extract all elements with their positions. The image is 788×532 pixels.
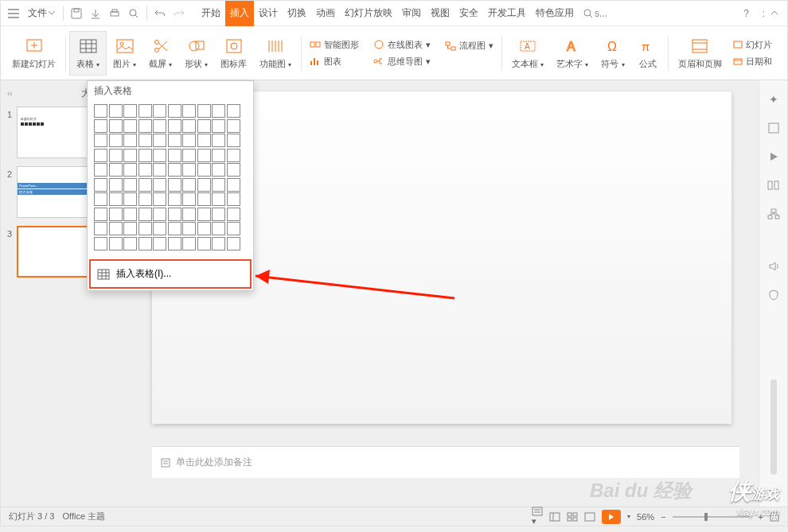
date-button[interactable]: 日期和 [728, 54, 777, 69]
symbol-button[interactable]: Ω 符号 ▾ [595, 31, 630, 76]
zoom-slider[interactable] [673, 516, 752, 518]
hamburger-icon[interactable] [4, 4, 23, 23]
grid-cell[interactable] [168, 178, 181, 192]
grid-cell[interactable] [197, 237, 211, 250]
grid-cell[interactable] [212, 222, 225, 235]
grid-cell[interactable] [227, 104, 240, 118]
grid-cell[interactable] [227, 222, 240, 235]
grid-cell[interactable] [123, 178, 137, 192]
grid-cell[interactable] [227, 208, 240, 221]
grid-cell[interactable] [138, 149, 152, 162]
grid-cell[interactable] [168, 163, 181, 177]
grid-cell[interactable] [168, 149, 181, 162]
grid-cell[interactable] [109, 134, 123, 147]
grid-cell[interactable] [94, 163, 107, 177]
collapse-ribbon-icon[interactable] [771, 11, 778, 15]
tab-start[interactable]: 开始 [197, 1, 225, 26]
grid-cell[interactable] [138, 222, 152, 235]
grid-cell[interactable] [168, 208, 181, 221]
tab-devtools[interactable]: 开发工具 [483, 1, 531, 26]
undo-icon[interactable] [150, 4, 170, 23]
file-menu[interactable]: 文件 [23, 6, 60, 20]
grid-cell[interactable] [182, 134, 196, 147]
grid-cell[interactable] [94, 237, 107, 250]
output-icon[interactable] [86, 4, 105, 23]
grid-cell[interactable] [182, 163, 196, 177]
sparkle-icon[interactable]: ✦ [766, 91, 782, 107]
tab-animation[interactable]: 动画 [311, 1, 340, 26]
grid-cell[interactable] [123, 237, 137, 250]
notes-toggle[interactable]: ▾ [532, 507, 543, 526]
grid-cell[interactable] [212, 149, 225, 162]
grid-cell[interactable] [212, 163, 225, 177]
grid-cell[interactable] [182, 192, 196, 206]
save-icon[interactable] [67, 4, 86, 23]
tab-transition[interactable]: 切换 [283, 1, 311, 26]
grid-cell[interactable] [182, 104, 196, 118]
view-reading[interactable] [584, 512, 595, 522]
view-normal[interactable] [549, 512, 560, 522]
grid-cell[interactable] [197, 119, 211, 133]
grid-cell[interactable] [197, 178, 211, 192]
new-slide-button[interactable]: 新建幻灯片 [6, 31, 62, 76]
grid-cell[interactable] [182, 178, 196, 192]
grid-cell[interactable] [109, 119, 123, 133]
grid-cell[interactable] [227, 237, 240, 250]
grid-cell[interactable] [109, 222, 123, 235]
grid-cell[interactable] [138, 237, 152, 250]
fit-icon[interactable] [770, 512, 779, 522]
diagram-icon[interactable] [766, 206, 782, 222]
grid-cell[interactable] [109, 163, 123, 177]
grid-cell[interactable] [153, 149, 166, 162]
zoom-out[interactable]: − [661, 512, 665, 522]
play-icon[interactable] [766, 149, 782, 165]
grid-cell[interactable] [138, 134, 152, 147]
grid-cell[interactable] [138, 208, 152, 221]
grid-cell[interactable] [109, 208, 123, 221]
grid-cell[interactable] [168, 222, 181, 235]
tab-security[interactable]: 安全 [454, 1, 483, 26]
grid-cell[interactable] [123, 192, 137, 206]
grid-cell[interactable] [197, 163, 211, 177]
grid-cell[interactable] [197, 192, 211, 206]
grid-cell[interactable] [153, 104, 166, 118]
grid-cell[interactable] [227, 119, 240, 133]
shapes-button[interactable]: 形状 ▾ [178, 31, 214, 76]
slideshow-button[interactable] [602, 510, 621, 524]
grid-cell[interactable] [138, 104, 152, 118]
grid-cell[interactable] [94, 134, 107, 147]
grid-cell[interactable] [197, 149, 211, 162]
table-grid-picker[interactable] [88, 101, 253, 258]
grid-cell[interactable] [227, 178, 240, 192]
grid-cell[interactable] [94, 208, 107, 221]
grid-cell[interactable] [153, 163, 166, 177]
grid-cell[interactable] [182, 208, 196, 221]
grid-cell[interactable] [123, 163, 137, 177]
wordart-button[interactable]: A 艺术字 ▾ [550, 31, 595, 76]
header-footer-button[interactable]: 页眉和页脚 [672, 31, 728, 76]
grid-cell[interactable] [153, 134, 166, 147]
shield-icon[interactable] [766, 287, 782, 303]
grid-cell[interactable] [212, 104, 225, 118]
grid-cell[interactable] [212, 208, 225, 221]
template-icon[interactable] [766, 120, 782, 136]
grid-cell[interactable] [212, 134, 225, 147]
grid-cell[interactable] [168, 104, 181, 118]
grid-cell[interactable] [212, 119, 225, 133]
grid-cell[interactable] [168, 119, 181, 133]
speaker-icon[interactable] [766, 258, 782, 274]
slide-small-button[interactable]: 幻灯片 [728, 37, 777, 52]
grid-cell[interactable] [197, 222, 211, 235]
textbox-button[interactable]: A 文本框 ▾ [505, 31, 550, 76]
grid-cell[interactable] [123, 104, 137, 118]
chart-button[interactable]: 图表 [305, 54, 364, 69]
grid-cell[interactable] [123, 119, 137, 133]
tab-slideshow[interactable]: 幻灯片放映 [340, 1, 397, 26]
grid-cell[interactable] [138, 192, 152, 206]
grid-cell[interactable] [153, 192, 166, 206]
screenshot-button[interactable]: 截屏 ▾ [142, 31, 178, 76]
grid-cell[interactable] [153, 119, 166, 133]
grid-cell[interactable] [182, 119, 196, 133]
insert-table-menuitem[interactable]: 插入表格(I)... [89, 259, 252, 289]
grid-cell[interactable] [212, 178, 225, 192]
